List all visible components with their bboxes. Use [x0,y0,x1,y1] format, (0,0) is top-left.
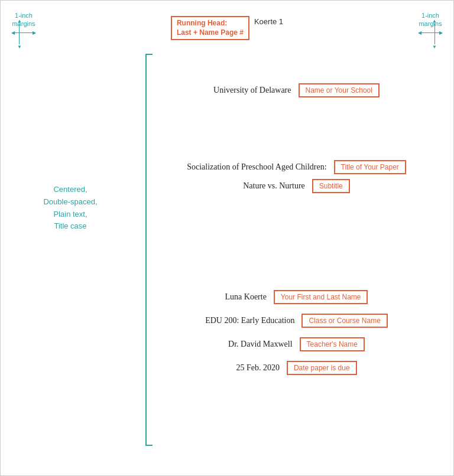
left-bracket [145,54,153,446]
header: 1-inchmargins ◀ ▶ Running Head: Last + N… [1,11,453,40]
author-teacher-text: Dr. David Maxwell [228,340,292,349]
left-margin-indicator: 1-inchmargins ◀ ▶ [11,11,36,35]
running-head-box: Running Head: Last + Name Page # [171,16,249,40]
university-label: Name or Your School [299,83,380,97]
left-margin-vertical: ▲ ▼ [17,18,22,50]
centered-label: Centered,Double-spaced,Plain text,Title … [35,184,106,233]
university-text: University of Delaware [213,86,291,95]
author-date-label: Date paper is due [287,361,357,375]
right-margin-label: 1-inchmargins [419,11,442,28]
author-section: Luna Koerte Your First and Last Name EDU… [157,290,436,384]
author-name-row: Luna Koerte Your First and Last Name [157,290,436,304]
author-date-text: 25 Feb. 2020 [236,363,280,373]
left-margin-label: 1-inchmargins [12,11,35,28]
title-main-text: Socialization of Preschool Aged Children… [187,162,326,172]
title-section: Socialization of Preschool Aged Children… [157,160,436,198]
author-course-row: EDU 200: Early Education Class or Course… [157,314,436,328]
author-name-text: Luna Koerte [225,292,267,302]
university-row: University of Delaware Name or Your Scho… [157,83,436,97]
title-main-label: Title of Your Paper [334,160,406,174]
running-head-area: Running Head: Last + Name Page # Koerte … [171,16,283,40]
author-teacher-label: Teacher's Name [300,337,365,351]
page: 1-inchmargins ◀ ▶ Running Head: Last + N… [0,0,454,476]
author-teacher-row: Dr. David Maxwell Teacher's Name [157,337,436,351]
author-course-label: Class or Course Name [301,314,387,328]
running-head-sub: Last + Name Page # [177,28,244,37]
right-margin-vertical: ▲ ▼ [432,18,437,50]
centered-label-text: Centered,Double-spaced,Plain text,Title … [43,185,97,230]
title-sub-label: Subtitle [312,179,350,193]
author-course-text: EDU 200: Early Education [205,316,294,325]
title-main-row: Socialization of Preschool Aged Children… [157,160,436,174]
author-date-row: 25 Feb. 2020 Date paper is due [157,361,436,375]
title-sub-text: Nature vs. Nurture [243,181,305,191]
running-head-label: Running Head: [177,19,227,27]
right-margin-indicator: 1-inchmargins ◀ ▶ [418,11,443,35]
page-number: Koerte 1 [254,17,283,26]
author-name-label: Your First and Last Name [274,290,368,304]
title-sub-row: Nature vs. Nurture Subtitle [157,179,436,193]
